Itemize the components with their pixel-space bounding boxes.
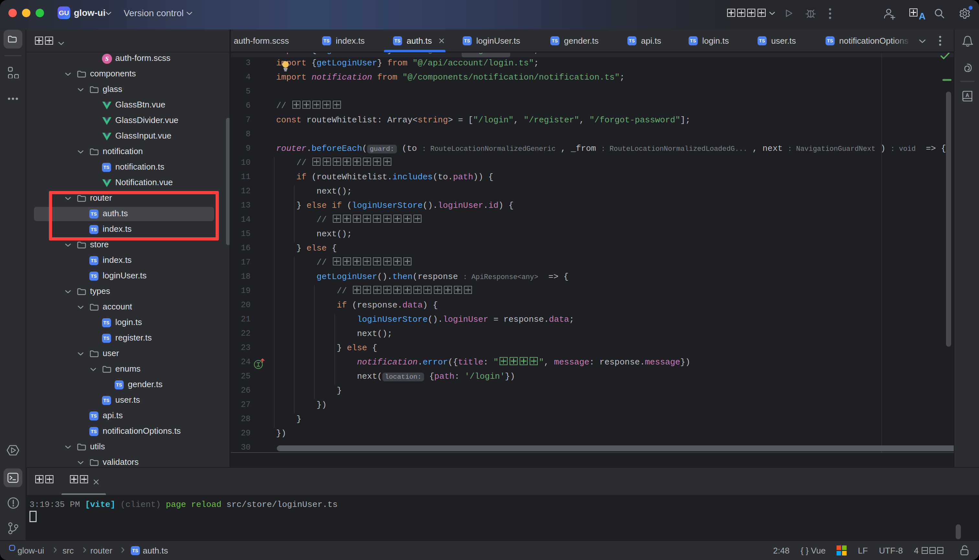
svg-text:A: A <box>966 93 969 98</box>
svg-text:s: s <box>105 54 109 63</box>
